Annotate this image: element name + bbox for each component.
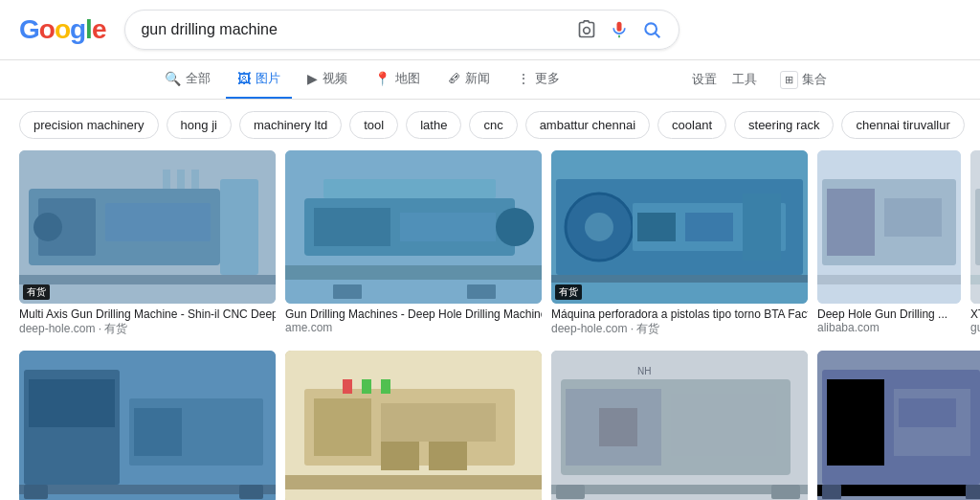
mic-icon[interactable] [608, 18, 631, 41]
svg-rect-42 [970, 275, 980, 284]
svg-rect-58 [343, 379, 352, 394]
machine-image-9 [817, 351, 980, 500]
tab-images[interactable]: 🖼 图片 [226, 60, 292, 99]
svg-rect-17 [314, 208, 390, 246]
card-title-4: Deep Hole Gun Drilling ... [817, 307, 961, 321]
image-card-2[interactable]: Gun Drilling Machines - Deep Hole Drilli… [285, 150, 542, 337]
svg-rect-14 [191, 170, 199, 189]
svg-rect-36 [884, 198, 942, 237]
svg-point-27 [585, 213, 613, 241]
search-icons [575, 18, 663, 41]
svg-rect-66 [599, 408, 637, 446]
svg-rect-67 [551, 485, 808, 494]
video-icon: ▶ [307, 71, 318, 86]
svg-rect-56 [381, 442, 419, 470]
machine-image-5 [970, 150, 980, 304]
svg-rect-45 [29, 379, 115, 427]
tab-maps[interactable]: 📍 地图 [363, 60, 432, 99]
image-row-1: 有货 有货 Multi Axis Gun Drilling Machine - … [0, 150, 980, 347]
svg-rect-69 [771, 485, 800, 499]
card-source-1: deep-hole.com · 有货 [19, 321, 276, 337]
svg-rect-21 [323, 179, 496, 198]
image-card-5[interactable]: XT-600 / 1... gun-drillin... [970, 150, 980, 337]
badge-1: 有货 [23, 284, 50, 300]
card-source-2: ame.com [285, 321, 542, 334]
chip-precision-machinery[interactable]: precision machinery [19, 111, 159, 139]
google-logo: Google [19, 14, 105, 45]
card-source-3: deep-hole.com · 有货 [551, 321, 808, 337]
chip-steering-rack[interactable]: steering rack [734, 111, 834, 139]
svg-rect-68 [556, 485, 585, 499]
svg-rect-50 [24, 485, 48, 499]
nav-tabs: 🔍 全部 🖼 图片 ▶ 视频 📍 地图 🗞 新闻 ⋮ 更多 设置 工具 ⊞ 集合 [0, 60, 980, 100]
svg-rect-22 [333, 284, 362, 299]
search-bar [124, 10, 679, 50]
svg-rect-18 [400, 213, 496, 241]
machine-image-3 [551, 150, 808, 304]
svg-rect-23 [467, 284, 496, 299]
tools-link[interactable]: 工具 [732, 71, 757, 88]
image-card-6[interactable]: Cnc Deep Hole Drilling Machine (gun Dril… [19, 351, 276, 500]
svg-rect-1 [617, 22, 622, 32]
svg-point-0 [584, 28, 590, 34]
svg-rect-65 [671, 394, 776, 456]
chip-chennai-tiruvallur[interactable]: chennai tiruvallur [841, 111, 964, 139]
chip-tool[interactable]: tool [349, 111, 398, 139]
chip-hong-ji[interactable]: hong ji [167, 111, 232, 139]
camera-icon[interactable] [575, 18, 598, 41]
tab-all[interactable]: 🔍 全部 [153, 60, 222, 99]
badge-3: 有货 [555, 284, 582, 300]
more-icon: ⋮ [517, 71, 530, 86]
svg-rect-59 [362, 379, 371, 394]
image-row-2: Cnc Deep Hole Drilling Machine (gun Dril… [0, 351, 980, 500]
image-card-7[interactable]: Gun Drilling Machine, गन ड्रिलिंग मशीन, … [285, 351, 542, 500]
svg-rect-37 [817, 275, 961, 284]
chip-lathe[interactable]: lathe [406, 111, 461, 139]
card-title-5: XT-600 / 1... [970, 307, 980, 321]
svg-line-4 [656, 34, 660, 38]
svg-rect-29 [637, 213, 676, 241]
tab-news[interactable]: 🗞 新闻 [435, 60, 501, 99]
chip-cnc[interactable]: cnc [469, 111, 517, 139]
search-input[interactable] [141, 21, 566, 38]
search-icon: 🔍 [165, 71, 181, 86]
tab-more[interactable]: ⋮ 更多 [505, 60, 571, 99]
card-source-4: alibaba.com [817, 321, 961, 334]
image-card-9[interactable]: Deep Hole Drilling Machine: Honge Precis… [817, 351, 980, 500]
image-card-4[interactable]: Deep Hole Gun Drilling ... alibaba.com [817, 150, 961, 337]
svg-rect-13 [177, 170, 185, 189]
svg-rect-57 [429, 442, 467, 470]
machine-image-7 [285, 351, 542, 500]
svg-rect-49 [19, 485, 276, 494]
svg-rect-78 [822, 485, 841, 499]
svg-rect-20 [285, 265, 542, 280]
tab-video[interactable]: ▶ 视频 [296, 60, 359, 99]
search-submit-icon[interactable] [640, 18, 663, 41]
svg-rect-55 [381, 403, 496, 442]
chip-ambattur-chennai[interactable]: ambattur chennai [525, 111, 650, 139]
image-card-8[interactable]: NH CNC Gun Drilling Machine, 500-1000 mm… [551, 351, 808, 500]
svg-rect-54 [314, 398, 371, 456]
image-card-1[interactable]: 有货 有货 Multi Axis Gun Drilling Machine - … [19, 150, 276, 337]
machine-image-8: NH [551, 351, 808, 500]
machine-image-4 [817, 150, 961, 304]
card-title-2: Gun Drilling Machines - Deep Hole Drilli… [285, 307, 542, 321]
map-icon: 📍 [374, 71, 390, 86]
collection-btn[interactable]: ⊞ 集合 [780, 71, 827, 89]
svg-rect-31 [743, 193, 781, 261]
svg-rect-35 [827, 189, 875, 256]
svg-rect-76 [899, 398, 956, 427]
card-source-5: gun-drillin... [970, 321, 980, 334]
image-card-3[interactable]: 有货 有货 Máquina perforadora a pistolas tip… [551, 150, 808, 337]
chip-machinery-ltd[interactable]: machinery ltd [239, 111, 342, 139]
machine-image-6 [19, 351, 276, 500]
svg-rect-47 [134, 408, 182, 456]
chip-coolant[interactable]: coolant [657, 111, 726, 139]
svg-rect-39 [975, 189, 980, 265]
svg-rect-51 [239, 485, 263, 499]
svg-rect-48 [191, 408, 249, 456]
svg-rect-77 [817, 485, 980, 496]
card-title-1: Multi Axis Gun Drilling Machine - Shin-i… [19, 307, 276, 321]
svg-point-75 [836, 408, 875, 446]
settings-link[interactable]: 设置 [692, 71, 717, 88]
